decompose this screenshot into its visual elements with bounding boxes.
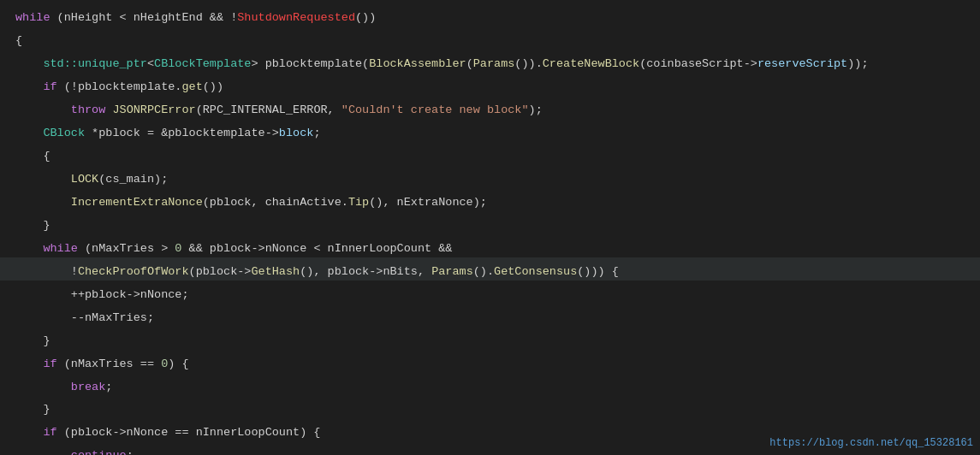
token-red-kw: ShutdownRequested — [237, 11, 355, 24]
code-line: { — [0, 27, 980, 50]
token-kw: while — [15, 11, 50, 24]
token-op: } — [43, 403, 50, 416]
line-gutter — [0, 350, 9, 367]
token-op: (pblock->nNonce == nInnerLoopCount) { — [57, 426, 321, 439]
line-gutter — [0, 211, 9, 228]
line-indicator — [0, 281, 3, 298]
line-indicator — [0, 96, 3, 113]
line-indicator — [0, 327, 3, 344]
token-op: (nMaxTries == — [57, 358, 162, 370]
code-line: CBlock *pblock = &pblocktemplate->block; — [0, 119, 980, 142]
line-indicator — [0, 165, 3, 182]
code-line: } — [0, 211, 980, 234]
code-line: break; — [0, 373, 980, 396]
token-op: ( — [466, 57, 473, 70]
line-content: !CheckProofOfWork(pblock->GetHash(), pbl… — [9, 263, 980, 281]
line-content: if (nMaxTries == 0) { — [9, 356, 980, 373]
token-fn: IncrementExtraNonce — [71, 196, 203, 209]
line-gutter — [0, 281, 9, 298]
line-indicator — [0, 234, 3, 251]
code-line: { — [0, 142, 980, 165]
line-content: while (nMaxTries > 0 && pblock->nNonce <… — [9, 240, 980, 257]
token-op: ()) — [355, 11, 376, 24]
line-indicator — [0, 119, 3, 136]
token-op: (cs_main); — [98, 173, 168, 186]
line-gutter — [0, 257, 9, 275]
token-op: { — [15, 34, 22, 47]
token-op: { — [43, 150, 50, 162]
token-op: (pblock, chainActive. — [203, 196, 348, 209]
token-fn: BlockAssembler — [369, 57, 466, 70]
line-indicator — [0, 27, 3, 44]
token-fn: get — [181, 80, 202, 93]
line-content: while (nHeight < nHeightEnd && !Shutdown… — [9, 9, 980, 27]
token-kw: continue — [71, 449, 127, 455]
line-gutter — [0, 3, 9, 21]
token-op: (!pblocktemplate. — [57, 80, 182, 93]
code-line: } — [0, 327, 980, 350]
line-content: { — [9, 32, 980, 50]
line-content: CBlock *pblock = &pblocktemplate->block; — [9, 125, 980, 142]
line-indicator — [0, 50, 3, 67]
token-op: ; — [313, 127, 320, 139]
line-indicator — [0, 257, 3, 275]
line-indicator — [0, 418, 3, 435]
line-gutter — [0, 119, 9, 136]
line-gutter — [0, 27, 9, 44]
token-op: ())) { — [577, 265, 619, 278]
line-indicator — [0, 373, 3, 390]
code-line: while (nHeight < nHeightEnd && !Shutdown… — [0, 3, 980, 27]
line-content: } — [9, 217, 980, 234]
token-op: ()) — [203, 80, 223, 93]
line-gutter — [0, 50, 9, 67]
token-fn: Params — [431, 265, 473, 278]
line-content: } — [9, 333, 980, 350]
token-op: && pblock->nNonce < nInnerLoopCount && — [181, 242, 452, 255]
code-line: if (!pblocktemplate.get()) — [0, 73, 980, 96]
token-type: std::unique_ptr — [43, 57, 147, 70]
line-gutter — [0, 188, 9, 205]
token-op: (coinbaseScript-> — [639, 57, 757, 70]
token-op: ()). — [514, 57, 542, 70]
code-line: while (nMaxTries > 0 && pblock->nNonce <… — [0, 234, 980, 257]
code-container: while (nHeight < nHeightEnd && !Shutdown… — [0, 0, 980, 455]
code-line: throw JSONRPCError(RPC_INTERNAL_ERROR, "… — [0, 96, 980, 119]
token-op: (nMaxTries > — [78, 242, 175, 255]
token-str: "Couldn't create new block" — [342, 103, 529, 116]
line-gutter — [0, 96, 9, 113]
line-gutter — [0, 327, 9, 344]
token-var: block — [279, 127, 314, 139]
token-fn: CreateNewBlock — [543, 57, 639, 70]
token-type: CBlockTemplate — [154, 57, 251, 70]
line-indicator — [0, 73, 3, 90]
line-content: IncrementExtraNonce(pblock, chainActive.… — [9, 194, 980, 211]
token-op: ; — [105, 381, 112, 393]
url-link[interactable]: https://blog.csdn.net/qq_15328161 — [769, 436, 973, 452]
token-fn: CheckProofOfWork — [78, 265, 189, 278]
token-type: CBlock — [43, 127, 85, 139]
token-fn: GetHash — [251, 265, 300, 278]
line-indicator — [0, 142, 3, 159]
token-op: )); — [847, 57, 868, 70]
token-kw: if — [43, 358, 56, 370]
line-content: } — [9, 401, 980, 418]
token-op: (RPC_INTERNAL_ERROR, — [196, 103, 342, 116]
line-content: --nMaxTries; — [9, 310, 980, 327]
line-gutter — [0, 73, 9, 90]
code-line: ++pblock->nNonce; — [0, 281, 980, 304]
line-gutter — [0, 395, 9, 412]
token-op: ; — [127, 449, 134, 455]
token-fn: Params — [473, 57, 515, 70]
token-fn: JSONRPCError — [112, 103, 195, 116]
line-gutter — [0, 234, 9, 251]
token-op: < — [147, 57, 154, 70]
code-line: std::unique_ptr<CBlockTemplate> pblockte… — [0, 50, 980, 73]
line-indicator — [0, 395, 3, 412]
token-op: (). — [473, 265, 494, 278]
line-indicator — [0, 188, 3, 205]
token-op: ) { — [168, 358, 188, 370]
token-op: (pblock-> — [189, 265, 252, 278]
code-lines: while (nHeight < nHeightEnd && !Shutdown… — [0, 0, 980, 455]
token-var: reserveScript — [757, 57, 847, 70]
line-content: break; — [9, 379, 980, 396]
